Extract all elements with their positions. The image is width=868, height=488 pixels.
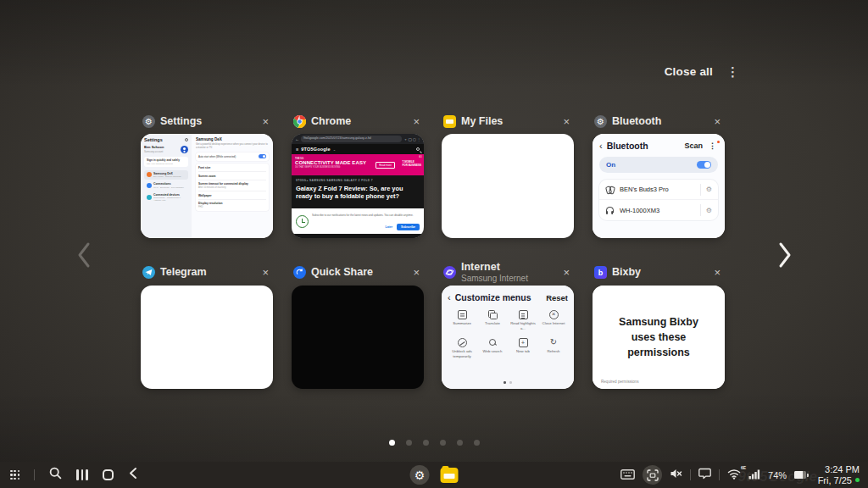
reset-button: Reset xyxy=(546,293,568,302)
settings-app-icon: ⚙ xyxy=(142,115,155,128)
next-page-chevron-icon[interactable] xyxy=(776,240,794,270)
task-thumbnail-quickshare[interactable] xyxy=(292,286,424,389)
task-card-label: Internet xyxy=(461,262,528,273)
browser-back-icon: ← xyxy=(295,136,299,141)
close-task-icon[interactable]: × xyxy=(410,114,422,130)
task-thumbnail-bixby[interactable]: Samsung Bixby uses these permissions Req… xyxy=(593,286,725,389)
bluetooth-toggle-on-icon xyxy=(697,161,711,169)
clock[interactable]: 3:24 PM Fri, 7/25 xyxy=(818,464,860,485)
bluetooth-device-row: WH-1000XM3⚙ xyxy=(599,200,718,220)
search-icon[interactable] xyxy=(49,467,62,483)
page-dot[interactable] xyxy=(440,440,446,446)
task-thumbnail-internet[interactable]: ‹ Customize menus Reset SummarizeTransla… xyxy=(442,286,574,389)
signin-sub: Use your Samsung account xyxy=(147,163,186,165)
settings-nav-item: ConnectionsWi-Fi · Bluetooth · SIM manag… xyxy=(144,180,188,191)
task-card-header[interactable]: Quick Share × xyxy=(292,259,424,286)
task-thumbnail-telegram[interactable] xyxy=(141,286,273,389)
settings-detail-row: Display resolutionFHD xyxy=(198,200,266,210)
settings-nav-icon xyxy=(147,172,152,177)
bluetooth-device-list: BEN's Buds3 Pro⚙WH-1000XM3⚙ xyxy=(599,180,718,220)
later-button: Later xyxy=(386,225,393,229)
task-card-header[interactable]: Chrome × xyxy=(292,108,424,134)
taskbar: ⚙ xyxy=(0,462,868,488)
close-task-icon[interactable]: × xyxy=(711,114,723,130)
task-card-sublabel: Samsung Internet xyxy=(461,274,528,283)
task-card-chrome: Chrome × ← 9to5google.com/2025/07/23/sam… xyxy=(292,108,424,238)
back-icon: ‹ xyxy=(599,141,603,150)
notifications-icon[interactable] xyxy=(698,468,711,483)
close-task-icon[interactable]: × xyxy=(560,114,572,130)
task-thumbnail-myfiles[interactable] xyxy=(442,134,574,238)
task-card-header[interactable]: ⚙ Settings × xyxy=(141,108,273,134)
page-dot[interactable] xyxy=(457,440,463,446)
close-task-icon[interactable]: × xyxy=(410,264,422,280)
keyboard-icon[interactable] xyxy=(620,468,635,483)
settings-nav-item: Connected devicesQuick Share · Samsung D… xyxy=(144,191,188,204)
settings-nav-label: Connected devices xyxy=(153,193,186,197)
close-task-icon[interactable]: × xyxy=(259,264,271,280)
screen-capture-icon[interactable] xyxy=(643,465,662,485)
top-controls: Close all ⋮ xyxy=(665,65,739,78)
settings-detail-row: Screen timeout for connected displayAfte… xyxy=(198,180,266,191)
task-card-bluetooth: ⚙ Bluetooth × ‹ Bluetooth Scan ⋮ On BEN'… xyxy=(593,108,725,238)
settings-detail-sub: FHD xyxy=(198,206,266,208)
task-card-header[interactable]: b Bixby × xyxy=(593,259,725,286)
task-card-label: Bixby xyxy=(612,267,641,278)
browser-toolbar: ← 9to5google.com/2025/07/23/samsung-gala… xyxy=(292,134,424,144)
settings-detail-label: Display resolution xyxy=(198,202,266,205)
menu-item-label: Close Internet xyxy=(539,321,568,326)
settings-taskbar-icon[interactable]: ⚙ xyxy=(410,465,430,485)
close-task-icon[interactable]: × xyxy=(711,264,723,280)
task-thumbnail-bluetooth[interactable]: ‹ Bluetooth Scan ⋮ On BEN's Buds3 Pro⚙WH… xyxy=(593,134,725,238)
menu-item: New tab xyxy=(509,338,537,358)
bluetooth-preview: ‹ Bluetooth Scan ⋮ On BEN's Buds3 Pro⚙WH… xyxy=(593,134,725,238)
menu-item: Summarize xyxy=(448,310,476,330)
settings-preview: Settings Ben Schoon Samsung account Sign… xyxy=(141,134,273,238)
close-all-button[interactable]: Close all xyxy=(665,65,713,78)
more-options-icon[interactable]: ⋮ xyxy=(726,65,739,78)
settings-detail-pane: Samsung DeX Get a powerful desktop exper… xyxy=(192,134,273,238)
detail-desc: Get a powerful desktop experience when y… xyxy=(196,143,269,150)
search-icon xyxy=(185,138,188,141)
home-icon[interactable] xyxy=(103,469,114,480)
page-dot[interactable] xyxy=(423,440,429,446)
page-dot[interactable] xyxy=(474,440,480,446)
wifi-badge: 6E xyxy=(741,465,746,470)
close-task-icon[interactable]: × xyxy=(259,114,271,130)
subscribe-button: Subscribe xyxy=(397,224,420,230)
task-card-header[interactable]: Internet Samsung Internet × xyxy=(442,259,574,286)
refresh-icon xyxy=(549,338,559,347)
task-card-settings: ⚙ Settings × Settings Ben Schoon Samsung… xyxy=(141,108,273,238)
site-header: ≡ 9TO5Google ⌄ xyxy=(292,144,424,154)
task-card-header[interactable]: ⚙ Bluetooth × xyxy=(593,108,725,134)
taskbar-running-apps: ⚙ xyxy=(410,465,459,485)
wifi-icon[interactable]: 6E xyxy=(727,468,741,483)
task-card-header[interactable]: My Files × xyxy=(442,108,574,134)
menu-item-label: Web search xyxy=(478,349,507,354)
cellular-signal-icon[interactable] xyxy=(748,468,760,483)
breadcrumb: 9TO5G+ SAMSUNG SAMSUNG GALAXY Z FOLD 7 xyxy=(296,179,420,182)
task-card-label: Bluetooth xyxy=(612,116,661,127)
toggle-on-icon xyxy=(259,154,266,158)
settings-detail-label: Wallpaper xyxy=(198,194,266,197)
task-thumbnail-chrome[interactable]: ← 9to5google.com/2025/07/23/samsung-gala… xyxy=(292,134,424,238)
volume-muted-icon[interactable] xyxy=(670,468,682,483)
translate-icon xyxy=(488,310,498,319)
previous-page-chevron-icon[interactable] xyxy=(75,240,93,270)
myfiles-taskbar-icon[interactable] xyxy=(441,468,459,483)
task-card-label: Settings xyxy=(160,116,202,127)
close-task-icon[interactable]: × xyxy=(560,264,572,280)
page-dot[interactable] xyxy=(406,440,412,446)
back-icon[interactable] xyxy=(128,467,138,483)
task-card-header[interactable]: Telegram × xyxy=(141,259,273,286)
device-settings-gear-icon: ⚙ xyxy=(706,207,712,214)
device-settings-gear-icon: ⚙ xyxy=(706,186,712,193)
apps-grid-icon[interactable] xyxy=(10,470,19,480)
menu-item-label: Translate xyxy=(478,321,507,326)
settings-nav-label: Connections xyxy=(153,182,184,186)
settings-detail-label: Font size xyxy=(198,166,266,169)
recents-icon[interactable] xyxy=(76,469,87,480)
earbuds-icon xyxy=(605,185,615,194)
task-thumbnail-settings[interactable]: Settings Ben Schoon Samsung account Sign… xyxy=(141,134,273,238)
page-dot-active[interactable] xyxy=(389,440,395,446)
